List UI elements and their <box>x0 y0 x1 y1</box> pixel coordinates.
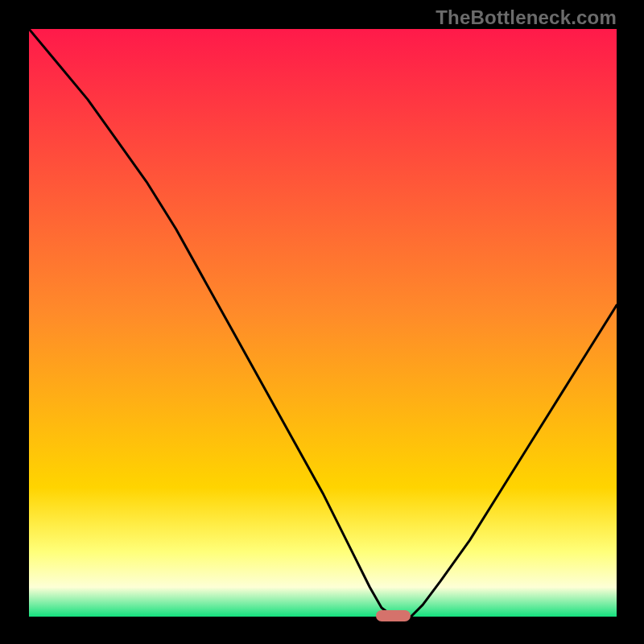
gradient-background <box>29 29 617 617</box>
watermark-text: TheBottleneck.com <box>436 6 617 29</box>
chart-svg <box>29 29 617 617</box>
trough-marker <box>376 610 411 621</box>
plot-area <box>29 29 617 617</box>
chart-container: TheBottleneck.com <box>0 0 644 644</box>
